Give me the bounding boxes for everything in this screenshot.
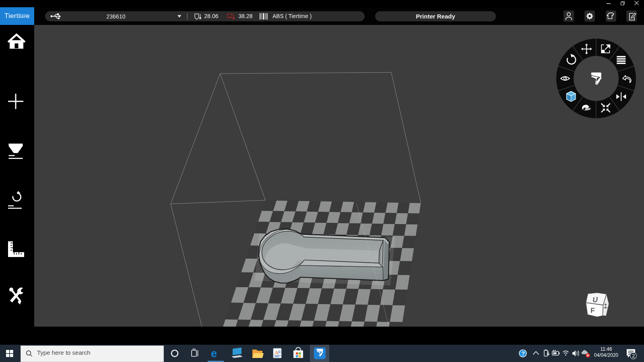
- svg-text:2: 2: [632, 353, 635, 359]
- svg-text:236610: 236610: [106, 13, 125, 20]
- svg-text:F: F: [590, 306, 595, 315]
- svg-text:28.06: 28.06: [204, 13, 219, 19]
- svg-text:A: A: [275, 350, 279, 356]
- svg-text:38.28: 38.28: [238, 13, 253, 19]
- svg-text:e: e: [211, 348, 217, 360]
- svg-text:?: ?: [522, 350, 525, 357]
- svg-text:ABS ( Tiertime ): ABS ( Tiertime ): [272, 13, 312, 19]
